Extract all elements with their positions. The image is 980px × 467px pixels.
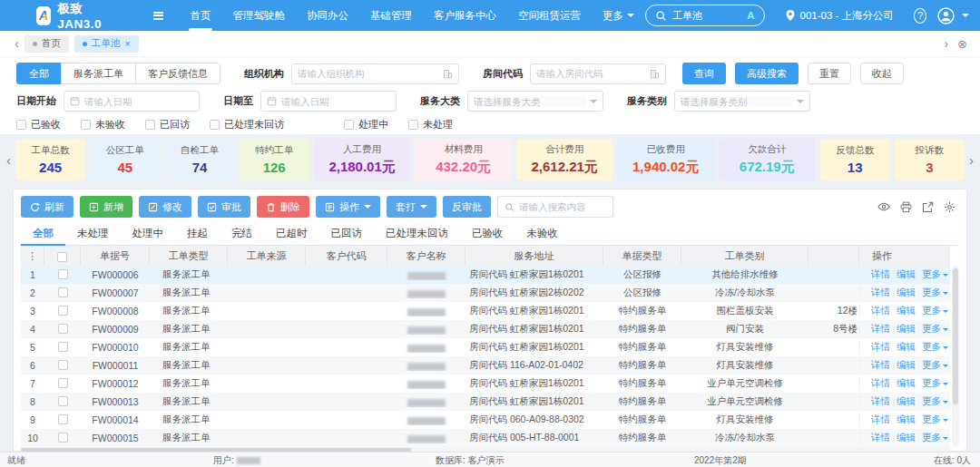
filter-type-tab[interactable]: 服务派工单 bbox=[61, 63, 136, 84]
close-all-icon[interactable]: ⊗ bbox=[954, 37, 971, 51]
row-checkbox[interactable] bbox=[58, 306, 68, 316]
chevron-right-icon[interactable]: › bbox=[965, 152, 978, 168]
reset-button[interactable]: 重置 bbox=[808, 63, 851, 84]
table-row[interactable]: 5 FW000010 服务派工单 房间代码 虹桥家园1栋0201 特约服务单 灯… bbox=[21, 338, 950, 356]
filter-type-tab[interactable]: 客户反馈信息 bbox=[135, 63, 220, 84]
edit-link[interactable]: 编辑 bbox=[897, 377, 916, 390]
detail-link[interactable]: 详情 bbox=[871, 268, 890, 281]
nav-item[interactable]: 首页 bbox=[180, 0, 222, 31]
table-row[interactable]: 1 FW000006 服务派工单 房间代码 虹桥家园1栋0201 公区报修 其他… bbox=[21, 266, 950, 284]
toolbar-search[interactable] bbox=[497, 196, 613, 218]
vertical-scrollbar[interactable] bbox=[952, 266, 959, 447]
detail-link[interactable]: 详情 bbox=[871, 323, 890, 336]
more-link[interactable]: 更多 bbox=[922, 432, 948, 444]
nav-item[interactable]: 基础管理 bbox=[359, 0, 423, 31]
table-row[interactable]: 2 FW000007 服务派工单 房间代码 虹桥家园2栋0202 公区报修 冷冻… bbox=[21, 284, 950, 302]
date-end-input[interactable] bbox=[260, 91, 397, 112]
table-row[interactable]: 7 FW000012 服务派工单 房间代码 虹桥家园1栋0201 特约服务单 业… bbox=[21, 375, 950, 393]
page-tab[interactable]: 首页 bbox=[24, 35, 69, 53]
collapse-button[interactable]: 收起 bbox=[860, 63, 904, 84]
page-tab[interactable]: 工单池 × bbox=[74, 35, 139, 53]
edit-link[interactable]: 编辑 bbox=[897, 432, 916, 444]
row-checkbox[interactable] bbox=[58, 378, 68, 388]
nav-item[interactable]: 协同办公 bbox=[296, 0, 359, 31]
status-tab[interactable]: 已处理未回访 bbox=[374, 222, 460, 246]
detail-link[interactable]: 详情 bbox=[871, 287, 890, 299]
help-icon[interactable]: ? bbox=[914, 8, 926, 24]
status-tab[interactable]: 未处理 bbox=[65, 222, 121, 246]
status-checkbox[interactable]: 已处理未回访 bbox=[210, 118, 284, 131]
org-input-field[interactable] bbox=[298, 68, 438, 79]
location-selector[interactable]: 001-03 - 上海分公司 bbox=[785, 9, 895, 23]
chevron-right-icon[interactable]: › bbox=[938, 36, 954, 51]
detail-link[interactable]: 详情 bbox=[871, 359, 890, 372]
chevron-left-icon[interactable]: ‹ bbox=[9, 36, 24, 51]
advanced-search-button[interactable]: 高级搜索 bbox=[735, 63, 799, 84]
edit-link[interactable]: 编辑 bbox=[897, 395, 916, 408]
print-template-button[interactable]: 套打 bbox=[387, 196, 436, 218]
add-button[interactable]: 新增 bbox=[80, 196, 132, 218]
more-link[interactable]: 更多 bbox=[922, 413, 948, 426]
delete-button[interactable]: 删除 bbox=[257, 196, 309, 218]
status-checkbox[interactable]: 已验收 bbox=[16, 118, 61, 131]
row-checkbox[interactable] bbox=[58, 342, 68, 352]
nav-item[interactable]: 更多 bbox=[592, 0, 645, 31]
gear-icon[interactable] bbox=[944, 201, 956, 213]
status-tab[interactable]: 已验收 bbox=[460, 222, 515, 246]
row-checkbox[interactable] bbox=[58, 360, 68, 370]
more-link[interactable]: 更多 bbox=[922, 287, 948, 299]
edit-link[interactable]: 编辑 bbox=[897, 287, 916, 299]
detail-link[interactable]: 详情 bbox=[871, 377, 890, 390]
date-end-field[interactable] bbox=[281, 96, 390, 107]
eye-icon[interactable] bbox=[877, 200, 890, 213]
row-checkbox[interactable] bbox=[58, 396, 68, 406]
nav-item[interactable]: 客户服务中心 bbox=[423, 0, 507, 31]
operate-button[interactable]: 操作 bbox=[316, 196, 380, 218]
detail-link[interactable]: 详情 bbox=[871, 413, 890, 426]
detail-link[interactable]: 详情 bbox=[871, 432, 890, 444]
refresh-button[interactable]: 刷新 bbox=[21, 196, 74, 218]
table-row[interactable]: 8 FW000013 服务派工单 房间代码 虹桥家园1栋0201 特约服务单 业… bbox=[21, 393, 950, 411]
row-checkbox[interactable] bbox=[58, 414, 68, 424]
detail-link[interactable]: 详情 bbox=[871, 305, 890, 317]
status-tab[interactable]: 已回访 bbox=[319, 222, 375, 246]
row-checkbox[interactable] bbox=[58, 269, 68, 279]
table-row[interactable]: 3 FW000008 服务派工单 房间代码 虹桥家园1栋0201 特约服务单 围… bbox=[21, 302, 950, 320]
edit-link[interactable]: 编辑 bbox=[897, 359, 916, 372]
edit-link[interactable]: 编辑 bbox=[897, 323, 916, 336]
more-link[interactable]: 更多 bbox=[922, 268, 948, 281]
row-checkbox[interactable] bbox=[58, 287, 68, 297]
nav-item[interactable]: 空间租赁运营 bbox=[507, 0, 592, 31]
row-checkbox[interactable] bbox=[58, 324, 68, 334]
date-start-input[interactable] bbox=[64, 91, 200, 112]
approve-button[interactable]: 审批 bbox=[198, 196, 250, 218]
detail-link[interactable]: 详情 bbox=[871, 341, 890, 354]
date-start-field[interactable] bbox=[84, 96, 193, 107]
chevron-down-icon[interactable] bbox=[962, 14, 969, 21]
table-row[interactable]: 6 FW000011 服务派工单 房间代码 116-A02-01-0402 特约… bbox=[21, 356, 950, 375]
table-row[interactable]: 10 FW000015 服务派工单 房间代码 005-HT-88-0001 特约… bbox=[21, 429, 950, 447]
menu-icon[interactable] bbox=[153, 12, 162, 20]
global-search[interactable]: 工单池 A bbox=[645, 5, 765, 26]
more-link[interactable]: 更多 bbox=[922, 305, 948, 317]
service-major-select[interactable] bbox=[467, 91, 603, 112]
close-icon[interactable]: × bbox=[124, 38, 130, 49]
status-checkbox[interactable]: 未处理 bbox=[408, 118, 453, 131]
anti-approve-button[interactable]: 反审批 bbox=[443, 196, 491, 218]
status-checkbox[interactable]: 已回访 bbox=[145, 118, 190, 131]
edit-link[interactable]: 编辑 bbox=[897, 413, 916, 426]
more-link[interactable]: 更多 bbox=[922, 395, 948, 408]
status-tab[interactable]: 已超时 bbox=[264, 222, 319, 246]
room-input-field[interactable] bbox=[536, 68, 645, 79]
room-input[interactable] bbox=[530, 63, 666, 84]
query-button[interactable]: 查询 bbox=[682, 63, 726, 84]
toolbar-search-input[interactable] bbox=[519, 201, 606, 212]
more-link[interactable]: 更多 bbox=[922, 323, 948, 336]
status-tab[interactable]: 未验收 bbox=[515, 222, 571, 246]
table-row[interactable]: 9 FW000014 服务派工单 房间代码 060-A09-88-0302 特约… bbox=[21, 411, 950, 429]
status-tab[interactable]: 完结 bbox=[220, 222, 264, 246]
org-input[interactable] bbox=[291, 63, 459, 84]
select-all-checkbox[interactable] bbox=[57, 252, 67, 262]
detail-link[interactable]: 详情 bbox=[871, 395, 890, 408]
edit-link[interactable]: 编辑 bbox=[897, 341, 916, 354]
